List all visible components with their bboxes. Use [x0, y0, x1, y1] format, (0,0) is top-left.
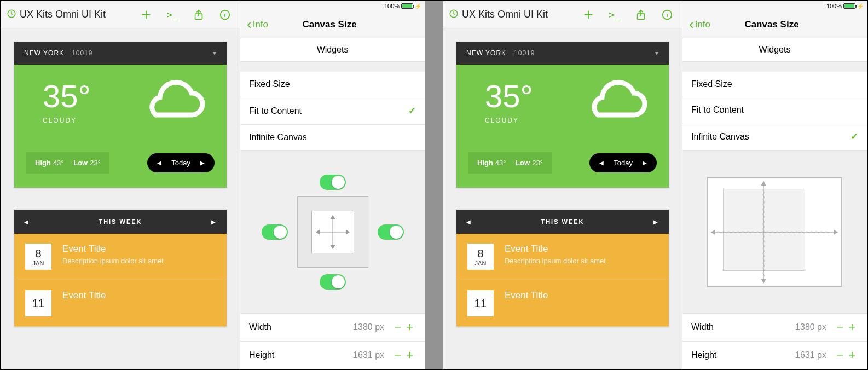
checkmark-icon: ✓	[850, 131, 858, 142]
weather-zip: 10019	[514, 49, 535, 57]
height-row: Height 1631 px − +	[240, 341, 425, 369]
toggle-right[interactable]	[378, 224, 404, 240]
terminal-icon[interactable]: >_	[609, 9, 621, 21]
canvas[interactable]: NEW YORK 10019 ▾ 35° CLOUDY	[443, 28, 682, 369]
width-row: Width 1380 px − +	[682, 313, 867, 341]
charging-icon: ⚡	[415, 3, 421, 9]
minus-icon[interactable]: −	[834, 320, 846, 334]
infinite-canvas-preview	[707, 177, 842, 287]
prev-arrow-icon[interactable]: ◀	[599, 160, 604, 166]
width-row: Width 1380 px − +	[240, 313, 425, 341]
toolbar: UX Kits Omni UI Kit >_	[443, 1, 682, 28]
width-value: 1380 px	[353, 322, 384, 332]
plus-icon[interactable]: +	[404, 320, 416, 334]
width-label: Width	[249, 322, 271, 332]
width-value: 1380 px	[795, 322, 826, 332]
canvas[interactable]: NEW YORK 10019 ▾ 35° CLOUDY	[1, 28, 240, 369]
prev-week-icon[interactable]: ◀	[466, 219, 472, 225]
weather-header[interactable]: NEW YORK 10019 ▾	[456, 42, 669, 65]
height-row: Height 1631 px − +	[682, 341, 867, 369]
battery-icon	[401, 3, 413, 9]
prev-arrow-icon[interactable]: ◀	[157, 160, 161, 166]
add-icon[interactable]	[582, 9, 594, 21]
minus-icon[interactable]: −	[392, 348, 404, 362]
option-fixed-size[interactable]: Fixed Size	[240, 72, 425, 97]
event-row[interactable]: 8 JAN Event Title Description ipsum dolo…	[14, 234, 227, 280]
plus-icon[interactable]: +	[404, 348, 416, 362]
section-header: Widgets	[682, 38, 867, 62]
minus-icon[interactable]: −	[834, 348, 846, 362]
weather-widget[interactable]: NEW YORK 10019 ▾ 35° CLOUDY	[14, 42, 227, 188]
height-value: 1631 px	[795, 350, 826, 360]
weather-zip: 10019	[72, 49, 92, 57]
option-infinite-canvas[interactable]: Infinite Canvas ✓	[682, 123, 867, 151]
page-title: Canvas Size	[241, 19, 418, 30]
events-header: ◀ THIS WEEK ▶	[456, 210, 669, 234]
status-bar: 100% ⚡	[682, 1, 867, 11]
next-arrow-icon[interactable]: ▶	[200, 160, 205, 166]
direction-preview	[297, 196, 368, 268]
event-title: Event Title	[62, 290, 106, 301]
cloud-icon	[137, 77, 215, 128]
weather-widget[interactable]: NEW YORK 10019 ▾ 35° CLOUDY	[456, 42, 669, 188]
weather-temp: 35°	[485, 80, 533, 112]
minus-icon[interactable]: −	[392, 320, 404, 334]
height-label: Height	[691, 350, 716, 360]
weather-condition: CLOUDY	[485, 117, 533, 124]
event-row[interactable]: 11 Event Title	[14, 280, 227, 327]
next-week-icon[interactable]: ▶	[211, 219, 217, 225]
option-fit-to-content[interactable]: Fit to Content	[682, 97, 867, 123]
weather-city: NEW YORK	[24, 49, 64, 57]
today-selector[interactable]: ◀ Today ▶	[147, 153, 215, 172]
document-title: UX Kits Omni UI Kit	[459, 9, 582, 20]
event-title: Event Title	[505, 290, 548, 301]
plus-icon[interactable]: +	[846, 320, 858, 334]
date-badge: 8 JAN	[467, 244, 494, 270]
hi-lo-badge: High43° Low23°	[26, 152, 109, 174]
date-badge: 11	[25, 290, 51, 316]
checkmark-icon: ✓	[408, 105, 416, 117]
nav-bar: ‹ Info Canvas Size	[682, 11, 867, 38]
event-desc: Description ipsum dolor sit amet	[505, 257, 606, 265]
terminal-icon[interactable]: >_	[166, 9, 178, 21]
section-header: Widgets	[240, 38, 425, 62]
option-fit-to-content[interactable]: Fit to Content ✓	[240, 97, 425, 125]
date-badge: 11	[467, 290, 494, 316]
toggle-top[interactable]	[320, 175, 346, 190]
hi-lo-badge: High43° Low23°	[468, 152, 552, 174]
add-icon[interactable]	[140, 9, 152, 21]
option-infinite-canvas[interactable]: Infinite Canvas	[240, 125, 425, 151]
weather-condition: CLOUDY	[43, 117, 91, 124]
chevron-down-icon[interactable]: ▾	[213, 49, 217, 57]
events-title: THIS WEEK	[30, 218, 211, 225]
info-icon[interactable]	[219, 9, 231, 21]
events-widget[interactable]: ◀ THIS WEEK ▶ 8 JAN Event Title Descript…	[14, 210, 227, 327]
share-icon[interactable]	[635, 9, 647, 21]
charging-icon: ⚡	[857, 3, 864, 9]
events-header: ◀ THIS WEEK ▶	[14, 210, 227, 234]
battery-icon	[843, 3, 855, 9]
cloud-icon	[579, 77, 657, 128]
toggle-left[interactable]	[262, 224, 288, 240]
event-row[interactable]: 11 Event Title	[456, 280, 669, 327]
event-row[interactable]: 8 JAN Event Title Description ipsum dolo…	[456, 234, 669, 280]
toggle-bottom[interactable]	[320, 274, 346, 290]
today-selector[interactable]: ◀ Today ▶	[589, 153, 657, 172]
next-week-icon[interactable]: ▶	[653, 219, 659, 225]
share-icon[interactable]	[193, 9, 205, 21]
weather-city: NEW YORK	[466, 49, 506, 57]
next-arrow-icon[interactable]: ▶	[643, 160, 647, 166]
option-fixed-size[interactable]: Fixed Size	[682, 72, 867, 97]
chevron-down-icon[interactable]: ▾	[655, 49, 659, 57]
nav-bar: ‹ Info Canvas Size	[240, 11, 425, 38]
width-label: Width	[691, 322, 714, 332]
plus-icon[interactable]: +	[846, 348, 858, 362]
today-label: Today	[614, 159, 633, 167]
document-icon	[449, 9, 459, 21]
events-widget[interactable]: ◀ THIS WEEK ▶ 8 JAN Event Title Descript…	[456, 210, 669, 327]
info-icon[interactable]	[661, 9, 673, 21]
weather-header[interactable]: NEW YORK 10019 ▾	[14, 42, 227, 65]
prev-week-icon[interactable]: ◀	[24, 219, 30, 225]
height-label: Height	[249, 350, 274, 360]
today-label: Today	[171, 159, 190, 167]
